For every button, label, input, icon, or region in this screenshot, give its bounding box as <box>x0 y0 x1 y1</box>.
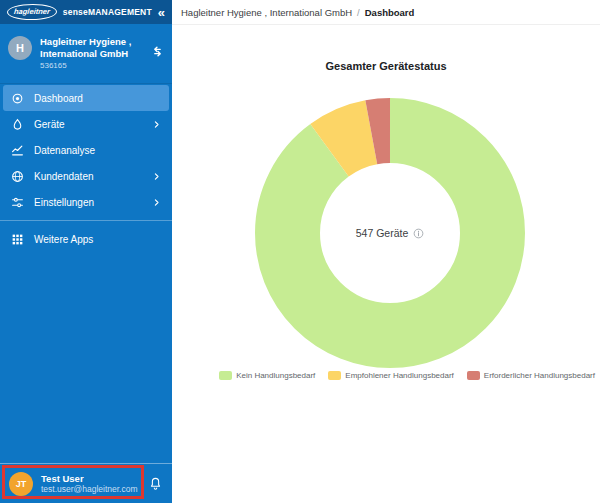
company-id: 536165 <box>40 61 143 71</box>
user-name: Test User <box>41 473 140 484</box>
sidebar-item-label: Geräte <box>34 119 142 130</box>
legend-swatch-red <box>467 371 480 380</box>
sidebar-item-dashboard[interactable]: Dashboard <box>3 85 169 111</box>
legend-label: Kein Handlungsbedarf <box>236 371 315 380</box>
sidebar: hagleitner senseMANAGEMENT « H Hagleitne… <box>0 0 172 503</box>
legend-item-erforderlicher-handlungsbedarf[interactable]: Erforderlicher Handlungsbedarf <box>467 371 595 380</box>
breadcrumb: Hagleitner Hygiene , International GmbH … <box>172 0 600 25</box>
notifications-bell-icon[interactable] <box>148 476 163 492</box>
account-switcher[interactable]: H Hagleitner Hygiene , International Gmb… <box>0 24 172 84</box>
breadcrumb-parent[interactable]: Hagleitner Hygiene , International GmbH <box>181 7 352 18</box>
hagleitner-logo: hagleitner <box>6 4 58 20</box>
user-email: test.user@hagleitner.com <box>41 484 140 494</box>
chart-title: Gesamter Gerätestatus <box>172 60 600 72</box>
company-name: Hagleitner Hygiene , International GmbH <box>40 36 143 60</box>
info-icon[interactable] <box>413 228 424 239</box>
sidebar-item-label: Datenanalyse <box>34 145 161 156</box>
sidebar-item-kundendaten[interactable]: Kundendaten <box>3 163 169 189</box>
globe-icon <box>11 170 24 183</box>
grid-icon <box>11 233 24 246</box>
user-account-bar[interactable]: JT Test User test.user@hagleitner.com <box>0 463 172 503</box>
device-count: 547 Geräte <box>356 227 409 239</box>
sidebar-item-label: Einstellungen <box>34 197 142 208</box>
sidebar-menu: Dashboard Geräte Datenanalyse <box>0 84 172 252</box>
chart-icon <box>11 144 24 157</box>
legend-swatch-yellow <box>328 371 341 380</box>
chevron-right-icon <box>152 198 161 207</box>
legend-label: Empfohlener Handlungsbedarf <box>345 371 454 380</box>
company-avatar: H <box>8 36 32 60</box>
chevron-right-icon <box>152 120 161 129</box>
sidebar-item-label: Kundendaten <box>34 171 142 182</box>
sidebar-item-einstellungen[interactable]: Einstellungen <box>3 189 169 215</box>
legend-item-empfohlener-handlungsbedarf[interactable]: Empfohlener Handlungsbedarf <box>328 371 454 380</box>
legend-item-kein-handlungsbedarf[interactable]: Kein Handlungsbedarf <box>219 371 315 380</box>
brand-title: senseMANAGEMENT <box>63 7 152 17</box>
droplet-icon <box>11 118 24 131</box>
sidebar-item-geraete[interactable]: Geräte <box>3 111 169 137</box>
user-avatar: JT <box>9 472 33 496</box>
sidebar-item-label: Weitere Apps <box>34 234 161 245</box>
switch-account-icon[interactable] <box>151 44 164 83</box>
collapse-sidebar-icon[interactable]: « <box>158 6 167 19</box>
device-status-donut-chart: 547 Geräte <box>254 97 526 369</box>
breadcrumb-current: Dashboard <box>365 7 415 18</box>
sidebar-item-weitere-apps[interactable]: Weitere Apps <box>3 226 169 252</box>
chevron-right-icon <box>152 172 161 181</box>
sidebar-header: hagleitner senseMANAGEMENT « <box>0 0 172 24</box>
menu-divider <box>0 220 172 221</box>
sidebar-item-datenanalyse[interactable]: Datenanalyse <box>3 137 169 163</box>
legend-swatch-green <box>219 371 232 380</box>
legend-label: Erforderlicher Handlungsbedarf <box>484 371 595 380</box>
chart-legend: Kein Handlungsbedarf Empfohlener Handlun… <box>172 371 598 380</box>
sliders-icon <box>11 196 24 209</box>
target-icon <box>11 92 24 105</box>
donut-center-label: 547 Geräte <box>254 97 526 369</box>
sidebar-item-label: Dashboard <box>34 93 161 104</box>
breadcrumb-separator: / <box>357 7 360 18</box>
